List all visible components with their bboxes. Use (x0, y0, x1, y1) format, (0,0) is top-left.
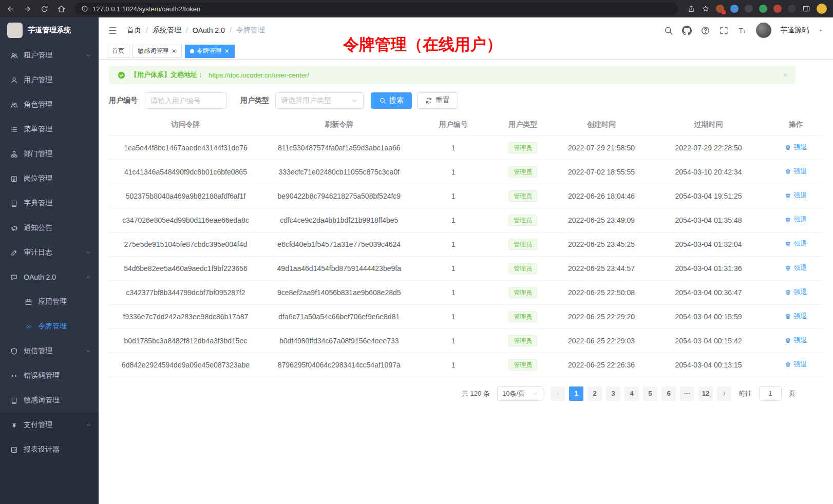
page-button-2[interactable]: 2 (588, 386, 602, 401)
extension-dark-icon[interactable] (745, 5, 753, 13)
user-avatar[interactable] (756, 23, 771, 38)
prev-page-button[interactable] (551, 386, 565, 401)
reload-icon[interactable] (40, 5, 49, 13)
sidebar-fold-icon[interactable] (108, 26, 118, 35)
search-icon (379, 97, 386, 104)
extension-blue-icon[interactable] (730, 5, 739, 13)
megaphone-icon (10, 224, 18, 232)
force-logout-button[interactable]: 强退 (785, 215, 807, 224)
sidebar-item-dept[interactable]: 部门管理 (0, 142, 99, 166)
force-logout-button[interactable]: 强退 (785, 167, 807, 176)
force-logout-button[interactable]: 强退 (785, 287, 807, 297)
access-token-cell: 41c41346a548490f9dc8b01c6bfe0865 (109, 160, 262, 184)
sidebar-item-oauth2-token[interactable]: 令牌管理 (0, 314, 99, 339)
page-content: 【用户体系】文档地址： https://doc.iocoder.cn/user-… (99, 60, 833, 504)
breadcrumb-item-home[interactable]: 首页 (127, 26, 141, 35)
browser-nav (6, 5, 66, 13)
search-icon[interactable] (664, 26, 673, 35)
sidebar-item-oauth2-app[interactable]: 应用管理 (0, 289, 99, 314)
home-icon[interactable] (57, 5, 66, 13)
reset-button[interactable]: 重置 (417, 92, 458, 109)
page-button-4[interactable]: 4 (624, 386, 639, 401)
calendar-icon (25, 298, 32, 306)
user-type-tag: 管理员 (508, 263, 537, 274)
chevron-up-icon (85, 274, 91, 280)
fullscreen-icon[interactable] (719, 26, 729, 35)
share-icon[interactable] (687, 5, 695, 13)
actions-cell: 强退 (769, 328, 823, 353)
extension-gray-icon[interactable] (788, 5, 796, 13)
shield-icon (10, 347, 18, 355)
sidebar-item-role[interactable]: 角色管理 (0, 92, 99, 117)
code-icon (10, 372, 18, 380)
report-chart-icon (10, 446, 18, 454)
sidebar-item-error-code[interactable]: 错误码管理 (0, 363, 99, 388)
address-bar[interactable]: 127.0.0.1:1024/system/oauth2/token (75, 3, 678, 15)
close-icon[interactable] (171, 48, 177, 54)
page-button-3[interactable]: 3 (606, 386, 620, 401)
force-logout-button[interactable]: 强退 (785, 143, 807, 152)
sidebar-item-menu[interactable]: 菜单管理 (0, 117, 99, 142)
sidebar-item-audit-log[interactable]: 审计日志 (0, 240, 99, 265)
table-row: 502375b8040a469a9b82188afdf6af1f be90422… (109, 184, 823, 208)
forward-icon[interactable] (23, 5, 32, 13)
tab-home[interactable]: 首页 (107, 45, 129, 58)
search-button[interactable]: 搜索 (371, 92, 412, 109)
sidebar-item-notice[interactable]: 通知公告 (0, 216, 99, 240)
sidebar-item-label: 通知公告 (24, 223, 91, 232)
user-type-label: 用户类型 (240, 96, 269, 105)
user-menu-caret-icon[interactable] (818, 27, 824, 33)
goto-page-input[interactable] (759, 386, 782, 401)
back-icon[interactable] (6, 5, 15, 13)
help-icon[interactable] (701, 26, 710, 35)
sidebar-item-tenant[interactable]: 租户管理 (0, 43, 99, 68)
force-logout-button[interactable]: 强退 (785, 336, 807, 345)
page-button-6[interactable]: 6 (661, 386, 676, 401)
force-logout-label: 强退 (793, 360, 807, 369)
page-button-1[interactable]: 1 (569, 386, 583, 401)
force-logout-button[interactable]: 强退 (785, 191, 807, 200)
extension-green-icon[interactable] (759, 5, 767, 13)
sidebar-item-sms[interactable]: 短信管理 (0, 339, 99, 363)
sidebar-item-oauth2[interactable]: OAuth 2.0 (0, 265, 99, 289)
next-page-button[interactable] (717, 386, 731, 401)
sidebar-item-sensitive-word[interactable]: 敏感词管理 (0, 388, 99, 413)
alert-close-icon[interactable] (782, 72, 788, 78)
force-logout-button[interactable]: 强退 (785, 360, 807, 369)
doc-link[interactable]: https://doc.iocoder.cn/user-center/ (209, 71, 309, 79)
page-button-5[interactable]: 5 (643, 386, 657, 401)
user-type-tag: 管理员 (508, 335, 537, 346)
breadcrumb-item-system[interactable]: 系统管理 (153, 26, 181, 35)
close-icon[interactable] (224, 48, 230, 54)
page-button-12[interactable]: 12 (698, 386, 713, 401)
user-name[interactable]: 芋道源码 (780, 26, 809, 35)
force-logout-button[interactable]: 强退 (785, 312, 807, 321)
font-size-icon[interactable] (737, 26, 747, 35)
force-logout-button[interactable]: 强退 (785, 263, 807, 273)
app-logo-row[interactable]: 芋道管理系统 (0, 17, 99, 43)
force-logout-button[interactable]: 强退 (785, 239, 807, 248)
extension-red-icon[interactable] (773, 5, 782, 13)
breadcrumb-item-oauth2[interactable]: OAuth 2.0 (193, 26, 225, 34)
sidebar-item-post[interactable]: 岗位管理 (0, 166, 99, 191)
page-size-select[interactable]: 10条/页 (497, 386, 543, 401)
tab-token-management[interactable]: 令牌管理 (185, 45, 235, 58)
breadcrumb-item-current: 令牌管理 (236, 26, 265, 35)
star-icon[interactable] (702, 5, 710, 13)
user-id-input[interactable] (144, 92, 227, 109)
sidebar-item-label: 应用管理 (38, 297, 91, 306)
user-type-select[interactable]: 请选择用户类型 (275, 92, 364, 109)
sidebar-item-dict[interactable]: 字典管理 (0, 191, 99, 216)
pagination-more-button[interactable]: ··· (680, 386, 694, 401)
extension-badge-icon[interactable] (716, 5, 724, 13)
split-view-icon[interactable] (802, 5, 810, 13)
breadcrumb-separator: / (146, 26, 148, 34)
sidebar-item-user[interactable]: 用户管理 (0, 68, 99, 92)
github-icon[interactable] (682, 26, 692, 35)
sidebar-item-pay[interactable]: 支付管理 (0, 413, 99, 437)
sidebar-item-report-designer[interactable]: 报表设计器 (0, 437, 99, 462)
tab-sensitive-word[interactable]: 敏感词管理 (132, 45, 182, 58)
browser-profile-avatar[interactable] (817, 4, 827, 14)
site-info-icon[interactable] (81, 5, 88, 12)
topbar-actions: 芋道源码 (664, 23, 824, 38)
